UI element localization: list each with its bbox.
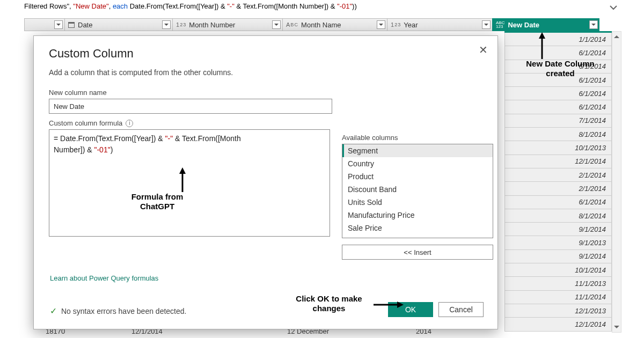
cancel-button[interactable]: Cancel — [438, 302, 484, 317]
cell-new-date[interactable]: 6/1/2014 — [504, 87, 612, 100]
filter-dropdown-icon[interactable] — [377, 20, 385, 29]
scroll-down-icon[interactable] — [612, 322, 621, 332]
cell-new-date[interactable]: 10/1/2013 — [504, 141, 612, 155]
expand-formula-icon[interactable] — [609, 3, 618, 12]
svg-marker-3 — [539, 32, 545, 39]
cell-new-date[interactable]: 9/1/2013 — [504, 236, 612, 249]
dialog-subtitle: Add a column that is computed from the o… — [49, 68, 482, 77]
annotation-arrow-ok — [374, 299, 404, 310]
text-type-icon: ABC — [286, 21, 298, 28]
svg-rect-1 — [69, 23, 75, 24]
cell-new-date[interactable]: 2/1/2014 — [504, 168, 612, 182]
cell-new-date[interactable]: 11/1/2014 — [504, 291, 612, 304]
available-column-item[interactable]: Product — [342, 170, 493, 183]
cell-new-date[interactable]: 9/1/2014 — [504, 223, 612, 236]
filter-dropdown-icon[interactable] — [482, 20, 491, 29]
svg-marker-5 — [179, 167, 186, 174]
dialog-title: Custom Column — [49, 47, 482, 61]
column-name: Month Number — [189, 21, 235, 29]
available-column-item[interactable]: Manufacturing Price — [342, 209, 493, 222]
cell-new-date[interactable]: 7/1/2014 — [504, 114, 612, 128]
column-name: Date — [78, 21, 92, 29]
scroll-up-icon[interactable] — [612, 32, 621, 41]
available-column-item[interactable]: Segment — [342, 144, 493, 157]
cell-new-date[interactable]: 2/1/2014 — [504, 182, 612, 195]
vertical-scrollbar[interactable] — [612, 31, 621, 333]
cell-new-date[interactable]: 1/1/2014 — [504, 33, 612, 46]
svg-marker-7 — [397, 302, 404, 308]
checkmark-icon: ✓ — [50, 306, 57, 316]
learn-link[interactable]: Learn about Power Query formulas — [50, 274, 158, 282]
custom-column-dialog: ✕ Custom Column Add a column that is com… — [33, 35, 498, 329]
column-header-selector[interactable] — [24, 18, 64, 31]
available-columns-label: Available columns — [342, 134, 493, 142]
annotation-new-date-column: New Date Column created — [517, 59, 603, 78]
annotation-click-ok: Click OK to make changes — [289, 294, 369, 313]
any-type-icon: ABC123 — [496, 21, 504, 28]
annotation-arrow-formula — [177, 167, 193, 194]
annotation-formula-from: Formula from ChatGPT — [122, 192, 192, 211]
available-column-item[interactable]: Sale Price — [342, 222, 493, 234]
available-column-item[interactable]: Units Sold — [342, 196, 493, 209]
available-columns-list[interactable]: SegmentCountryProductDiscount BandUnits … — [342, 144, 493, 238]
cell-new-date[interactable]: 9/1/2014 — [504, 250, 612, 263]
column-name: Month Name — [301, 21, 341, 29]
new-column-name-input[interactable] — [49, 99, 332, 114]
cell-new-date[interactable]: 6/1/2014 — [504, 100, 612, 114]
number-type-icon: 123 — [391, 21, 400, 28]
cell-new-date[interactable]: 12/1/2014 — [504, 155, 612, 168]
column-header-date[interactable]: Date — [64, 18, 172, 31]
filter-dropdown-icon[interactable] — [272, 20, 281, 29]
insert-button[interactable]: << Insert — [342, 245, 493, 260]
close-icon[interactable]: ✕ — [479, 43, 488, 56]
formula-bar[interactable]: Filtered Rows", "New Date", each Date.Fr… — [24, 2, 612, 13]
cell-new-date[interactable]: 12/1/2014 — [504, 318, 612, 331]
number-type-icon: 123 — [176, 21, 186, 28]
column-header-new-date[interactable]: ABC123 New Date — [492, 18, 599, 31]
column-header-row: Date 123 Month Number ABC Month Name 123… — [24, 18, 612, 31]
annotation-arrow-newcol — [537, 32, 553, 61]
filter-dropdown-icon[interactable] — [54, 20, 63, 29]
date-type-icon — [68, 21, 75, 28]
cell-new-date[interactable]: 11/1/2013 — [504, 277, 612, 290]
column-header-month-number[interactable]: 123 Month Number — [172, 18, 282, 31]
available-columns-section: Available columns SegmentCountryProductD… — [342, 134, 493, 260]
cell-new-date[interactable]: 10/1/2014 — [504, 263, 612, 277]
new-column-name-label: New column name — [49, 89, 482, 97]
cell-new-date[interactable]: 12/1/2013 — [504, 304, 612, 318]
formula-label: Custom column formula i — [49, 119, 482, 127]
cell-new-date[interactable]: 8/1/2014 — [504, 209, 612, 223]
cell-new-date[interactable]: 8/1/2014 — [504, 128, 612, 141]
filter-dropdown-icon[interactable] — [162, 20, 171, 29]
filter-dropdown-icon[interactable] — [589, 20, 598, 29]
info-icon[interactable]: i — [126, 120, 133, 127]
column-header-month-name[interactable]: ABC Month Name — [282, 18, 387, 31]
syntax-status: ✓ No syntax errors have been detected. — [50, 306, 186, 316]
cell-new-date[interactable]: 6/1/2014 — [504, 46, 612, 60]
available-column-item[interactable]: Country — [342, 157, 493, 170]
available-column-item[interactable]: Discount Band — [342, 183, 493, 196]
column-header-year[interactable]: 123 Year — [387, 18, 492, 31]
column-name: New Date — [508, 21, 539, 29]
column-name: Year — [404, 21, 418, 29]
cell-new-date[interactable]: 6/1/2014 — [504, 196, 612, 209]
